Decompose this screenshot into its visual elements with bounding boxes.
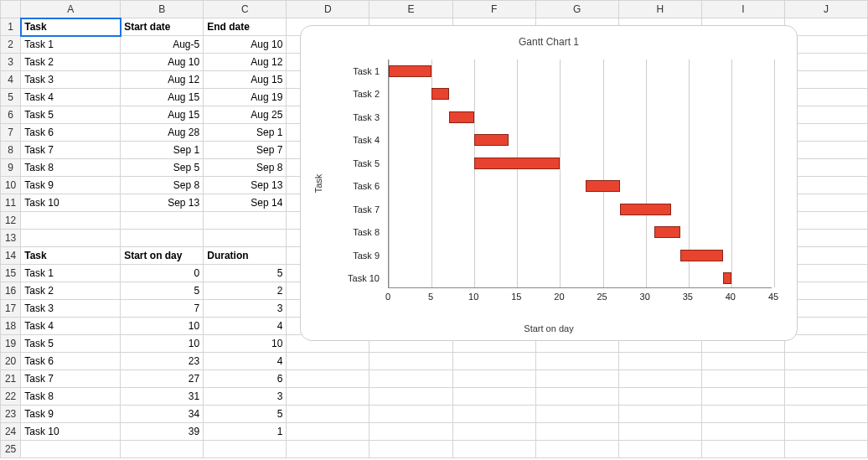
cell[interactable]: Sep 13: [121, 194, 204, 212]
cell[interactable]: Task 1: [21, 265, 121, 282]
cell[interactable]: Task 4: [21, 318, 121, 335]
cell[interactable]: Task 5: [21, 335, 121, 353]
column-header[interactable]: J: [784, 1, 867, 18]
cell[interactable]: 31: [121, 388, 204, 406]
cell[interactable]: [618, 423, 701, 441]
cell[interactable]: 10: [121, 318, 204, 335]
cell[interactable]: [287, 441, 369, 458]
cell[interactable]: [369, 423, 452, 441]
cell[interactable]: [369, 353, 452, 370]
cell[interactable]: [701, 388, 784, 406]
row-header[interactable]: 11: [1, 194, 21, 212]
cell[interactable]: [452, 406, 535, 423]
cell[interactable]: 2: [204, 282, 287, 300]
cell[interactable]: Sep 14: [204, 194, 287, 212]
cell[interactable]: [784, 388, 867, 406]
cell[interactable]: Task 7: [21, 142, 121, 159]
cell[interactable]: Task: [21, 18, 121, 36]
cell[interactable]: 10: [204, 335, 287, 353]
cell[interactable]: [784, 441, 867, 458]
cell[interactable]: 5: [204, 406, 287, 423]
cell[interactable]: [784, 335, 867, 353]
column-header[interactable]: A: [21, 1, 121, 18]
cell[interactable]: [535, 441, 618, 458]
cell[interactable]: Task 6: [21, 124, 121, 142]
cell[interactable]: 7: [121, 300, 204, 318]
cell[interactable]: Task 10: [21, 423, 121, 441]
cell[interactable]: [369, 441, 452, 458]
cell[interactable]: [204, 230, 287, 247]
cell[interactable]: [535, 370, 618, 388]
cell[interactable]: [369, 370, 452, 388]
cell[interactable]: [121, 230, 204, 247]
cell[interactable]: Sep 13: [204, 177, 287, 194]
cell[interactable]: Aug 28: [121, 124, 204, 142]
column-header[interactable]: B: [121, 1, 204, 18]
row-header[interactable]: 13: [1, 230, 21, 247]
cell[interactable]: [287, 353, 369, 370]
cell[interactable]: [287, 423, 369, 441]
cell[interactable]: [618, 388, 701, 406]
select-all-corner[interactable]: [1, 1, 21, 18]
row-header[interactable]: 20: [1, 353, 21, 370]
cell[interactable]: [701, 353, 784, 370]
cell[interactable]: 3: [204, 300, 287, 318]
cell[interactable]: Task 3: [21, 300, 121, 318]
cell[interactable]: 23: [121, 353, 204, 370]
cell[interactable]: Aug 10: [204, 36, 287, 54]
cell[interactable]: [701, 406, 784, 423]
row-header[interactable]: 14: [1, 247, 21, 265]
cell[interactable]: Task 1: [21, 36, 121, 54]
row-header[interactable]: 10: [1, 177, 21, 194]
column-header[interactable]: G: [535, 1, 618, 18]
row-header[interactable]: 22: [1, 388, 21, 406]
cell[interactable]: [784, 423, 867, 441]
cell[interactable]: Task 4: [21, 89, 121, 106]
row-header[interactable]: 12: [1, 212, 21, 230]
cell[interactable]: Aug 10: [121, 54, 204, 71]
cell[interactable]: Sep 8: [204, 159, 287, 177]
cell[interactable]: 27: [121, 370, 204, 388]
cell[interactable]: [287, 370, 369, 388]
row-header[interactable]: 25: [1, 441, 21, 458]
cell[interactable]: Sep 1: [121, 142, 204, 159]
cell[interactable]: [535, 353, 618, 370]
row-header[interactable]: 19: [1, 335, 21, 353]
row-header[interactable]: 1: [1, 18, 21, 36]
row-header[interactable]: 18: [1, 318, 21, 335]
cell[interactable]: 4: [204, 318, 287, 335]
cell[interactable]: 10: [121, 335, 204, 353]
cell[interactable]: 4: [204, 353, 287, 370]
cell[interactable]: 6: [204, 370, 287, 388]
row-header[interactable]: 5: [1, 89, 21, 106]
cell[interactable]: Sep 8: [121, 177, 204, 194]
cell[interactable]: Task 8: [21, 388, 121, 406]
cell[interactable]: [701, 423, 784, 441]
cell[interactable]: [618, 370, 701, 388]
cell[interactable]: [121, 212, 204, 230]
cell[interactable]: [452, 353, 535, 370]
cell[interactable]: [535, 423, 618, 441]
cell[interactable]: Sep 7: [204, 142, 287, 159]
cell[interactable]: Start on day: [121, 247, 204, 265]
cell[interactable]: [618, 353, 701, 370]
cell[interactable]: [369, 388, 452, 406]
row-header[interactable]: 4: [1, 71, 21, 89]
gantt-chart[interactable]: Gantt Chart 1 Task Start on day Task 1Ta…: [300, 25, 798, 341]
row-header[interactable]: 15: [1, 265, 21, 282]
cell[interactable]: Task: [21, 247, 121, 265]
cell[interactable]: Task 2: [21, 282, 121, 300]
column-header[interactable]: I: [701, 1, 784, 18]
cell[interactable]: 1: [204, 423, 287, 441]
cell[interactable]: [535, 406, 618, 423]
cell[interactable]: [452, 370, 535, 388]
row-header[interactable]: 6: [1, 106, 21, 124]
cell[interactable]: Aug 12: [121, 71, 204, 89]
cell[interactable]: [204, 441, 287, 458]
cell[interactable]: [452, 441, 535, 458]
row-header[interactable]: 16: [1, 282, 21, 300]
cell[interactable]: Task 8: [21, 159, 121, 177]
row-header[interactable]: 9: [1, 159, 21, 177]
cell[interactable]: Sep 5: [121, 159, 204, 177]
cell[interactable]: Task 7: [21, 370, 121, 388]
